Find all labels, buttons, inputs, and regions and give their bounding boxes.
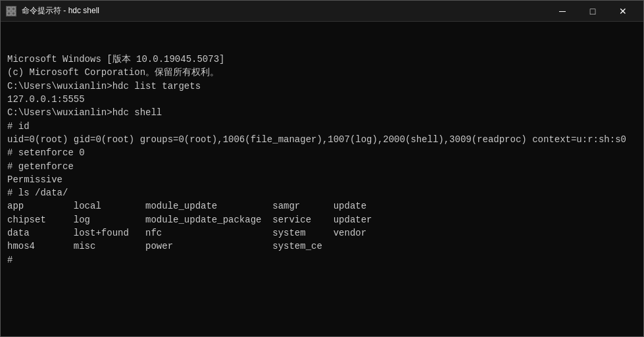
terminal-line: chipset log module_update_package servic… [7, 213, 637, 226]
window-icon [6, 6, 16, 16]
svg-rect-0 [7, 7, 11, 11]
terminal-line: # getenforce [7, 160, 637, 173]
terminal-line: uid=0(root) gid=0(root) groups=0(root),1… [7, 133, 637, 146]
terminal-line: # setenforce 0 [7, 146, 637, 159]
minimize-button[interactable]: ─ [547, 1, 578, 22]
cmd-window: 命令提示符 - hdc shell ─ □ ✕ Microsoft Window… [0, 0, 644, 337]
terminal-line: Permissive [7, 173, 637, 186]
terminal-line: # id [7, 120, 637, 133]
terminal-output[interactable]: Microsoft Windows [版本 10.0.19045.5073](c… [1, 22, 643, 336]
terminal-line: # [7, 253, 637, 267]
terminal-line: # ls /data/ [7, 186, 637, 199]
terminal-line: C:\Users\wuxianlin>hdc list targets [7, 80, 637, 93]
svg-rect-2 [7, 12, 11, 15]
svg-rect-1 [12, 7, 15, 11]
title-bar: 命令提示符 - hdc shell ─ □ ✕ [1, 1, 643, 22]
terminal-line: data lost+found nfc system vendor [7, 226, 637, 240]
terminal-line: 127.0.0.1:5555 [7, 93, 637, 106]
close-button[interactable]: ✕ [608, 1, 638, 22]
terminal-line: Microsoft Windows [版本 10.0.19045.5073] [7, 53, 637, 66]
terminal-line: hmos4 misc power system_ce [7, 240, 637, 253]
terminal-line: (c) Microsoft Corporation。保留所有权利。 [7, 66, 637, 79]
terminal-line: C:\Users\wuxianlin>hdc shell [7, 106, 637, 119]
window-title: 命令提示符 - hdc shell [22, 5, 547, 16]
maximize-button[interactable]: □ [578, 1, 608, 22]
window-controls: ─ □ ✕ [547, 1, 638, 22]
terminal-line: app local module_update samgr update [7, 199, 637, 213]
svg-rect-3 [12, 12, 15, 15]
